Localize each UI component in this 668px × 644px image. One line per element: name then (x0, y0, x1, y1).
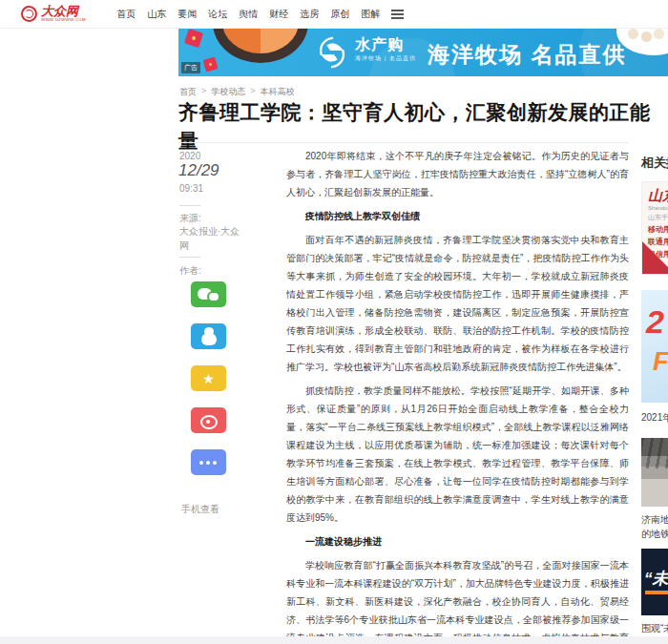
mobile-news-logo-en: Shandong Mobile (648, 205, 668, 211)
logo-swirl-icon (21, 6, 37, 22)
mobile-news-subline: 山东手机报… (648, 213, 668, 222)
page-bottom-strip (0, 636, 668, 644)
nav-item[interactable]: 山东 (147, 8, 166, 21)
article-time: 09:31 (179, 183, 203, 194)
article-block: 抓疫情防控，教学质量同样不能放松。学校按照“延期开学、如期开课、多种形式、保证质… (286, 382, 629, 527)
banner-headline: 海洋牧场 名品直供 (428, 40, 626, 70)
ad-label: 广告 (181, 62, 200, 73)
nav-item[interactable]: 图解 (361, 8, 380, 21)
article-block: 一流建设稳步推进 (286, 532, 629, 551)
logo-title: 大众网 (41, 5, 103, 17)
title-divider (178, 142, 628, 143)
breadcrumb-undergrad[interactable]: 本科高校 (261, 86, 295, 98)
share-button[interactable] (191, 365, 226, 391)
source-value: 大众报业·大众网 (179, 224, 246, 253)
site-logo[interactable]: 大众网 WWW.DZWWW.COM (21, 5, 103, 23)
banner-brand-tagline: 海洋牧场 | 名品直供 (355, 55, 416, 61)
share-icon (191, 281, 226, 307)
breadcrumb-home[interactable]: 首页 (179, 86, 197, 98)
related-thumb-future[interactable]: “未… (641, 549, 668, 615)
share-icon (191, 323, 226, 349)
nav-item[interactable]: 论坛 (208, 8, 227, 21)
logo-text: 大众网 WWW.DZWWW.COM (41, 5, 103, 23)
related-thumb-2021[interactable]: 2 F (641, 290, 668, 403)
breadcrumb-separator: > (201, 86, 206, 98)
mobile-view-label: 手机查看 (181, 503, 219, 516)
logo-subtitle: WWW.DZWWW.COM (41, 17, 86, 21)
share-button[interactable] (191, 449, 226, 475)
meta-divider (179, 205, 200, 206)
source-label: 来源: (179, 212, 201, 225)
share-button[interactable] (191, 281, 226, 307)
share-button[interactable] (191, 407, 226, 433)
page: 大众网 WWW.DZWWW.COM 首页山东要闻论坛舆情财经选房原创图解 水产购… (0, 0, 668, 644)
banner-brand: 水产购 海洋牧场 | 名品直供 (355, 37, 416, 61)
mobile-news-logo: 山东手机报 (648, 187, 668, 205)
nav-item[interactable]: 首页 (116, 8, 136, 21)
related-caption[interactable]: 济南地铁2… (641, 512, 668, 527)
author-label: 作者: (179, 264, 201, 278)
banner-brand-name: 水产购 (355, 37, 416, 52)
red-envelope-icon (184, 29, 203, 48)
fish-logo-icon (314, 34, 350, 71)
red-envelope-icon (202, 56, 218, 72)
nav-menu: 首页山东要闻论坛舆情财经选房原创图解 (116, 8, 380, 21)
related-caption[interactable]: 2021年必… (641, 410, 668, 425)
article-date: 12/29 (178, 161, 219, 180)
share-button[interactable] (191, 323, 226, 349)
nav-item[interactable]: 要闻 (177, 8, 197, 21)
thumb-letter: F (653, 347, 668, 377)
share-icon (191, 407, 226, 433)
thumb-overlay-text: “未… (644, 568, 668, 590)
top-navbar: 大众网 WWW.DZWWW.COM 首页山东要闻论坛舆情财经选房原创图解 (0, 0, 668, 29)
thumb-letter: 2 (646, 303, 664, 341)
share-icon (191, 449, 226, 475)
nav-item[interactable]: 选房 (300, 8, 319, 21)
breadcrumb-school-news[interactable]: 学校动态 (211, 86, 245, 98)
article-year: 2020 (179, 151, 200, 161)
meta-divider (179, 257, 200, 258)
article-body: 2020年即将结束，这个不平凡的庚子年注定会被铭记。作为历史的见证者与参与者，齐… (286, 147, 629, 637)
related-caption[interactable]: 的地铁线初… (641, 527, 668, 541)
share-column (191, 281, 226, 491)
nav-item[interactable]: 舆情 (239, 8, 258, 21)
article-block: 疫情防控线上教学双创佳绩 (286, 207, 629, 225)
article-block: 学校响应教育部“打赢全面振兴本科教育攻坚战”的号召，全面对接国家一流本科专业和一… (286, 556, 629, 637)
related-thumb-metro-photo[interactable] (641, 438, 668, 507)
share-icon (191, 365, 226, 391)
breadcrumb-separator: > (250, 86, 255, 98)
related-sidebar: 相关推荐 山东手机报 Shandong Mobile 山东手机报… 移动用户…联… (641, 155, 668, 635)
thumb-accent-bar (645, 591, 668, 594)
nav-item[interactable]: 原创 (330, 8, 349, 21)
hamburger-icon[interactable] (391, 10, 404, 19)
carrier-line: 移动用户… (648, 223, 668, 236)
carrier-line: 联通用户… (648, 236, 668, 248)
related-caption[interactable]: 围观“未… (641, 621, 668, 635)
breadcrumb: 首页 > 学校动态 > 本科高校 (179, 86, 295, 98)
ad-banner[interactable]: 水产购 海洋牧场 | 名品直供 海洋牧场 名品直供 广告 (178, 29, 668, 76)
article-block: 2020年即将结束，这个不平凡的庚子年注定会被铭记。作为历史的见证者与参与者，齐… (286, 147, 629, 201)
article-block: 面对百年不遇的新冠肺炎疫情，齐鲁理工学院坚决贯彻落实党中央和教育主管部门的决策部… (286, 231, 629, 376)
nav-item[interactable]: 财经 (269, 8, 288, 21)
related-heading: 相关推荐 (641, 155, 668, 172)
related-thumb-mobile-news[interactable]: 山东手机报 Shandong Mobile 山东手机报… 移动用户…联通用户…电… (641, 181, 668, 275)
